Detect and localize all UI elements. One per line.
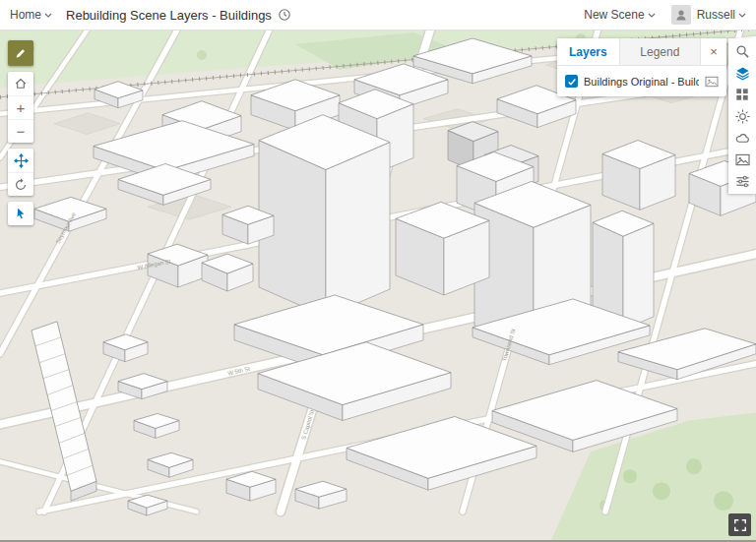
slides-button[interactable]: [728, 149, 756, 170]
home-label: Home: [10, 8, 41, 22]
home-menu[interactable]: Home: [10, 8, 52, 22]
chevron-down-icon: [648, 13, 656, 18]
edit-button[interactable]: [8, 40, 33, 66]
zoom-tool-card: + −: [8, 72, 33, 143]
rotate-button[interactable]: [8, 172, 33, 196]
new-scene-menu[interactable]: New Scene: [584, 8, 655, 22]
select-button[interactable]: [8, 202, 33, 225]
rotate-icon: [14, 178, 28, 192]
scene-3d-map[interactable]: Seymour Ave W Allegan St W 5th St S Capi…: [0, 30, 756, 540]
sun-icon: [735, 109, 750, 124]
panel-tabs: Layers Legend ×: [557, 38, 726, 66]
slides-icon: [735, 153, 750, 166]
settings-button[interactable]: [728, 170, 756, 192]
layers-panel: Layers Legend × Buildings Original - Bui…: [557, 38, 726, 96]
pan-button[interactable]: [8, 149, 33, 172]
map-area: Seymour Ave W Allegan St W 5th St S Capi…: [0, 30, 756, 542]
page-title: Rebuilding Scene Layers - Buildings: [66, 8, 272, 23]
select-tool-card: [8, 202, 33, 225]
search-button[interactable]: [728, 40, 756, 62]
building: [602, 141, 675, 211]
tab-legend[interactable]: Legend: [619, 38, 701, 65]
right-toolbar: [728, 38, 756, 194]
layers-icon: [735, 66, 750, 81]
app-header: Home Rebuilding Scene Layers - Buildings…: [0, 0, 756, 30]
search-icon: [735, 44, 750, 59]
basemap-icon: [735, 88, 749, 101]
home-icon: [14, 77, 28, 90]
navigation-tool-card: [8, 149, 33, 196]
user-name: Russell: [697, 8, 735, 22]
user-menu[interactable]: Russell: [697, 8, 746, 22]
weather-button[interactable]: [728, 127, 756, 149]
layer-checkbox[interactable]: [565, 75, 578, 88]
chevron-down-icon: [738, 13, 746, 18]
home-view-button[interactable]: [8, 72, 33, 95]
zoom-out-button[interactable]: −: [8, 119, 33, 143]
person-icon: [673, 7, 689, 23]
chevron-down-icon: [44, 13, 52, 18]
layer-thumbnail-icon[interactable]: [705, 76, 719, 88]
layer-label: Buildings Original - Building...: [584, 76, 699, 88]
fullscreen-button[interactable]: [728, 513, 751, 536]
pan-icon: [14, 153, 29, 168]
edit-tool-card: [8, 40, 33, 66]
left-toolbar: + −: [8, 40, 33, 225]
history-icon[interactable]: [278, 8, 291, 22]
cursor-icon: [15, 208, 28, 220]
scene-viewer-app: Home Rebuilding Scene Layers - Buildings…: [0, 0, 756, 542]
cloud-icon: [735, 131, 750, 146]
layers-button[interactable]: [728, 62, 756, 84]
settings-sliders-icon: [735, 174, 750, 189]
building-main-tower: [259, 115, 390, 317]
layer-list-item: Buildings Original - Building...: [557, 66, 726, 96]
building: [396, 202, 489, 295]
close-panel-button[interactable]: ×: [701, 38, 726, 65]
daylight-button[interactable]: [728, 105, 756, 127]
tab-layers[interactable]: Layers: [557, 38, 619, 65]
zoom-in-button[interactable]: +: [8, 95, 33, 119]
check-icon: [567, 77, 577, 87]
pencil-icon: [14, 46, 28, 60]
basemap-button[interactable]: [728, 84, 756, 105]
user-avatar: [671, 5, 691, 25]
new-scene-label: New Scene: [584, 8, 644, 22]
fullscreen-icon: [733, 518, 747, 532]
